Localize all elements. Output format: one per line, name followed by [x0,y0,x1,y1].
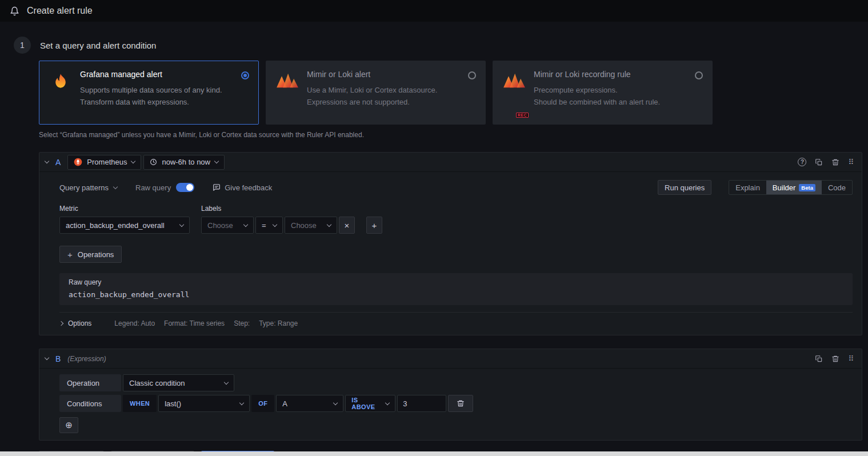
plus-icon: + [67,250,73,259]
chevron-down-icon [385,400,390,405]
drag-handle-icon[interactable]: ⠿ [848,158,854,166]
card-mimir-loki-recording-rule[interactable]: REC Mimir or Loki recording rule Precomp… [493,61,713,125]
conditions-row: Conditions WHEN last() OF A IS ABOVE [59,395,853,412]
operation-select[interactable]: Classic condition [123,374,234,391]
tab-explain[interactable]: Explain [729,181,766,194]
card-description-line: Precompute expressions. [534,84,687,96]
page-header: Create alert rule [0,0,868,22]
label-operator-select[interactable]: = [255,217,283,234]
chevron-down-icon [113,184,118,189]
chevron-down-icon [333,400,338,405]
options-collapse-row[interactable]: Options Legend: Auto Format: Time series… [59,312,853,335]
drag-handle-icon[interactable]: ⠿ [848,355,854,362]
collapse-chevron-icon[interactable] [45,159,49,163]
operation-row: Operation Classic condition [59,374,853,391]
evaluator-select[interactable]: IS ABOVE [345,395,395,412]
metric-labels-row: Metric action_backup_ended_overall Label… [59,205,853,234]
query-a-toolbar: Query patterns Raw query Give feedback [59,179,853,196]
delete-query-icon[interactable] [831,158,839,166]
chevron-down-icon [214,159,219,163]
run-queries-button-toolbar[interactable]: Run queries [658,180,711,195]
card-title: Grafana managed alert [80,70,234,79]
query-a-header: A Prometheus now-6h to now [39,153,862,172]
metric-label: Metric [59,205,190,213]
reducer-function-select[interactable]: last() [158,395,250,412]
operation-value: Classic condition [129,379,185,387]
step-title: Set a query and alert condition [40,41,156,50]
chevron-down-icon [273,222,277,226]
main-content: 1 Set a query and alert condition Grafan… [0,22,868,456]
remove-label-button[interactable]: × [339,217,355,234]
chevron-down-icon [239,400,244,405]
radio-mimir-loki-recording[interactable] [695,71,703,79]
raw-query-value: action_backup_ended_overall [69,290,189,299]
chevron-down-icon [131,159,135,163]
add-operations-button[interactable]: + Operations [59,246,122,263]
tab-builder[interactable]: Builder Beta [766,181,822,194]
card-grafana-managed-alert[interactable]: Grafana managed alert Supports multiple … [39,61,259,125]
metric-field: Metric action_backup_ended_overall [59,205,190,234]
add-label-button[interactable]: + [366,217,382,234]
prometheus-icon [74,158,82,166]
give-feedback-link[interactable]: Give feedback [213,183,272,192]
query-patterns-dropdown[interactable]: Query patterns [59,183,117,192]
operations-label: Operations [78,250,114,259]
alert-bell-icon [10,6,19,16]
options-format: Format: Time series [164,319,225,327]
add-condition-button[interactable]: ⊕ [59,417,78,433]
query-patterns-label: Query patterns [59,183,109,192]
of-label: OF [251,395,274,412]
raw-query-label: Raw query [69,278,843,286]
card-description-line: Expressions are not supported. [307,96,461,108]
conditions-label: Conditions [59,395,121,412]
remove-condition-button[interactable] [448,395,473,412]
condition-query-select[interactable]: A [276,395,343,412]
card-description-line: Supports multiple data sources of any ki… [80,84,234,96]
label-value-placeholder: Choose [291,221,317,230]
radio-mimir-loki-alert[interactable] [468,71,476,79]
metric-select[interactable]: action_backup_ended_overall [59,217,190,234]
horizontal-scrollbar[interactable] [0,451,868,456]
clock-icon [150,158,157,166]
threshold-input[interactable] [397,395,446,412]
time-range-picker[interactable]: now-6h to now [143,155,225,170]
mimir-logo-icon [275,72,299,115]
editor-mode-tabs: Explain Builder Beta Code [729,180,853,195]
options-label: Options [68,319,91,327]
options-step: Step: [234,319,250,327]
delete-expression-icon[interactable] [831,355,839,363]
datasource-picker[interactable]: Prometheus [67,155,141,170]
card-mimir-loki-alert[interactable]: Mimir or Loki alert Use a Mimir, Loki or… [266,61,486,125]
alert-type-helper-text: Select “Grafana managed” unless you have… [39,131,862,139]
duplicate-expression-icon[interactable] [815,355,823,363]
options-legend: Legend: Auto [114,319,155,327]
card-title: Mimir or Loki alert [307,70,461,79]
condition-query-value: A [282,399,287,408]
raw-query-toggle[interactable] [176,183,194,192]
mimir-recording-logo-icon: REC [502,72,526,115]
label-value-select[interactable]: Choose [285,217,337,234]
tab-code[interactable]: Code [822,181,852,194]
page-title: Create alert rule [27,6,93,16]
collapse-chevron-icon[interactable] [45,355,49,360]
metric-value: action_backup_ended_overall [66,221,165,230]
chevron-down-icon [179,222,184,226]
expression-b-body: Operation Classic condition Conditions W… [39,369,862,440]
radio-grafana-managed[interactable] [241,71,249,79]
raw-query-preview: Raw query action_backup_ended_overall [59,273,853,305]
label-key-placeholder: Choose [207,221,233,230]
card-description-line: Use a Mimir, Loki or Cortex datasource. [307,84,461,96]
label-key-select[interactable]: Choose [201,217,254,234]
options-type: Type: Range [259,319,298,327]
tab-builder-label: Builder [773,183,795,192]
labels-field: Labels Choose = Choose [201,205,382,234]
labels-label: Labels [201,205,382,213]
help-icon[interactable]: ? [798,158,806,166]
card-description-line: Transform data with expressions. [80,96,234,108]
alert-type-cards: Grafana managed alert Supports multiple … [39,61,862,125]
give-feedback-label: Give feedback [225,183,272,192]
duplicate-query-icon[interactable] [815,158,823,166]
comment-icon [213,183,221,191]
operation-label: Operation [59,374,121,391]
rec-badge: REC [516,113,529,118]
